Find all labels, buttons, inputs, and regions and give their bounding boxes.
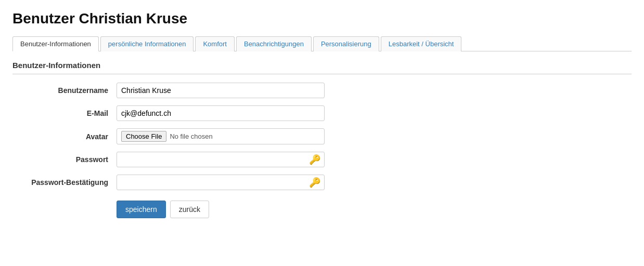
back-button[interactable]: zurück [170, 201, 209, 218]
avatar-row: Avatar Choose File No file chosen [12, 128, 632, 144]
file-name-text: No file chosen [170, 132, 212, 140]
tab-bar: Benutzer-Informationen persönliche Infor… [12, 36, 632, 51]
key-icon[interactable]: 🔑 [309, 154, 320, 165]
password-row: Passwort 🔑 [12, 152, 632, 167]
password-wrapper: 🔑 [117, 152, 325, 167]
section-title: Benutzer-Informationen [12, 61, 632, 74]
tab-lesbarkeit[interactable]: Lesbarkeit / Übersicht [381, 36, 462, 51]
save-button[interactable]: speichern [117, 201, 166, 218]
email-label: E-Mail [12, 109, 117, 117]
tab-persoenliche-informationen[interactable]: persönliche Informationen [100, 36, 194, 51]
email-input[interactable] [117, 105, 325, 121]
tab-personalisierung[interactable]: Personalisierung [313, 36, 379, 51]
key-icon-confirmation[interactable]: 🔑 [309, 177, 320, 188]
button-row: speichern zurück [117, 201, 632, 218]
password-confirmation-label: Passwort-Bestätigung [12, 178, 117, 187]
avatar-file-wrapper: Choose File No file chosen [117, 128, 325, 144]
tab-benutzer-informationen[interactable]: Benutzer-Informationen [12, 36, 99, 51]
page-title: Benutzer Christian Kruse [12, 10, 632, 27]
password-confirmation-input[interactable] [117, 175, 325, 190]
password-confirmation-wrapper: 🔑 [117, 175, 325, 190]
avatar-label: Avatar [12, 132, 117, 141]
tab-benachrichtigungen[interactable]: Benachrichtigungen [236, 36, 312, 51]
username-input[interactable] [117, 83, 325, 98]
username-label: Benutzername [12, 86, 117, 95]
password-confirmation-row: Passwort-Bestätigung 🔑 [12, 175, 632, 190]
password-input[interactable] [117, 152, 325, 167]
username-row: Benutzername [12, 83, 632, 98]
choose-file-button[interactable]: Choose File [121, 131, 166, 142]
tab-komfort[interactable]: Komfort [195, 36, 235, 51]
password-label: Passwort [12, 155, 117, 164]
email-row: E-Mail [12, 105, 632, 121]
